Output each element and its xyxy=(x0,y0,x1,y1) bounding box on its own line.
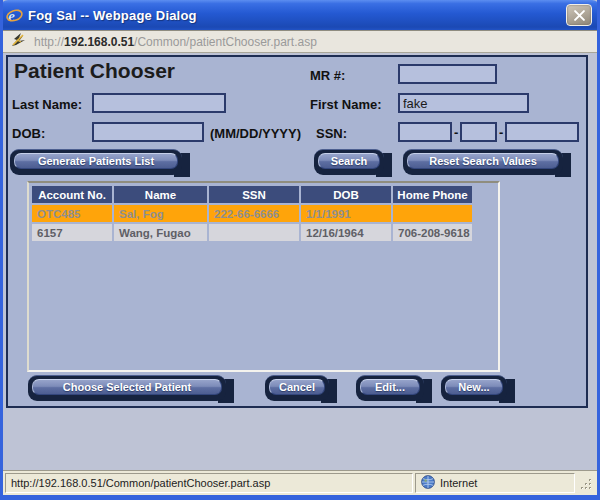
status-url: http://192.168.0.51/Common/patientChoose… xyxy=(5,473,413,493)
generate-patients-list-button[interactable]: Generate Patients List xyxy=(10,149,182,175)
cell-home-phone[interactable]: 706-208-9618 xyxy=(393,224,472,241)
ssn-label: SSN: xyxy=(316,124,347,144)
globe-icon xyxy=(421,475,435,491)
url-protocol: http:// xyxy=(34,35,64,49)
ssn-dash-2: - xyxy=(499,123,503,143)
security-zone: Internet xyxy=(415,473,575,493)
ssn-input-1[interactable] xyxy=(398,122,452,142)
edit-button[interactable]: Edit... xyxy=(356,375,424,401)
col-header-name: Name xyxy=(114,186,207,203)
patient-table: Account No. Name SSN DOB Home Phone OTC4… xyxy=(30,184,474,243)
col-header-home-phone: Home Phone xyxy=(393,186,472,203)
first-name-input[interactable] xyxy=(398,93,529,113)
cell-home-phone[interactable] xyxy=(393,205,472,222)
dialog-url: http://192.168.0.51/Common/patientChoose… xyxy=(34,35,317,49)
cell-dob[interactable]: 1/1/1991 xyxy=(301,205,391,222)
webpage-dialog-window: e Fog Sal -- Webpage Dialog http://192.1… xyxy=(0,0,600,500)
col-header-account-no: Account No. xyxy=(32,186,112,203)
cancel-button[interactable]: Cancel xyxy=(265,375,329,401)
zone-label: Internet xyxy=(440,477,477,489)
col-header-ssn: SSN xyxy=(209,186,299,203)
reset-search-values-button[interactable]: Reset Search Values xyxy=(403,149,563,175)
patient-chooser-panel: Patient Chooser MR #: Last Name: First N… xyxy=(6,55,588,408)
cell-ssn[interactable] xyxy=(209,224,299,241)
ssn-input-3[interactable] xyxy=(505,122,579,142)
cell-ssn[interactable]: 222-66-6666 xyxy=(209,205,299,222)
close-icon xyxy=(574,10,585,21)
choose-selected-patient-button[interactable]: Choose Selected Patient xyxy=(28,375,226,401)
table-header-row: Account No. Name SSN DOB Home Phone xyxy=(32,186,472,203)
address-bar: http://192.168.0.51/Common/patientChoose… xyxy=(3,30,597,53)
resize-grip-icon[interactable] xyxy=(575,473,595,493)
new-button-label: New... xyxy=(445,379,503,395)
close-button[interactable] xyxy=(566,4,592,26)
mr-label: MR #: xyxy=(310,66,345,86)
ssn-dash-1: - xyxy=(454,123,458,143)
ssn-input-2[interactable] xyxy=(460,122,497,142)
cell-name[interactable]: Wang, Fugao xyxy=(114,224,207,241)
col-header-dob: DOB xyxy=(301,186,391,203)
patient-list-box: Account No. Name SSN DOB Home Phone OTC4… xyxy=(27,181,500,372)
cancel-button-label: Cancel xyxy=(269,379,325,395)
mr-input[interactable] xyxy=(398,64,497,84)
cell-account-no[interactable]: 6157 xyxy=(32,224,112,241)
dob-input[interactable] xyxy=(92,122,204,142)
titlebar[interactable]: e Fog Sal -- Webpage Dialog xyxy=(0,0,600,30)
last-name-input[interactable] xyxy=(92,93,226,113)
url-path: /Common/patientChooser.part.asp xyxy=(134,35,317,49)
table-row[interactable]: OTC485 Sal, Fog 222-66-6666 1/1/1991 xyxy=(32,205,472,222)
reset-search-values-label: Reset Search Values xyxy=(407,153,559,169)
page-title: Patient Chooser xyxy=(14,59,175,83)
search-button-label: Search xyxy=(318,153,380,169)
edit-button-label: Edit... xyxy=(360,379,420,395)
dob-label: DOB: xyxy=(12,124,45,144)
choose-selected-patient-label: Choose Selected Patient xyxy=(32,379,222,395)
cell-account-no[interactable]: OTC485 xyxy=(32,205,112,222)
new-button[interactable]: New... xyxy=(441,375,507,401)
window-title: Fog Sal -- Webpage Dialog xyxy=(28,8,197,23)
ie-logo-icon: e xyxy=(6,7,23,24)
url-host: 192.168.0.51 xyxy=(64,35,134,49)
cell-dob[interactable]: 12/16/1964 xyxy=(301,224,391,241)
search-button[interactable]: Search xyxy=(314,149,384,175)
status-bar: http://192.168.0.51/Common/patientChoose… xyxy=(3,470,597,495)
table-row[interactable]: 6157 Wang, Fugao 12/16/1964 706-208-9618 xyxy=(32,224,472,241)
last-name-label: Last Name: xyxy=(12,95,82,115)
first-name-label: First Name: xyxy=(310,95,382,115)
dob-format-hint: (MM/DD/YYYY) xyxy=(210,124,301,144)
broken-page-icon xyxy=(9,32,27,52)
cell-name[interactable]: Sal, Fog xyxy=(114,205,207,222)
generate-patients-list-label: Generate Patients List xyxy=(14,153,178,169)
dialog-content: Patient Chooser MR #: Last Name: First N… xyxy=(3,53,597,470)
